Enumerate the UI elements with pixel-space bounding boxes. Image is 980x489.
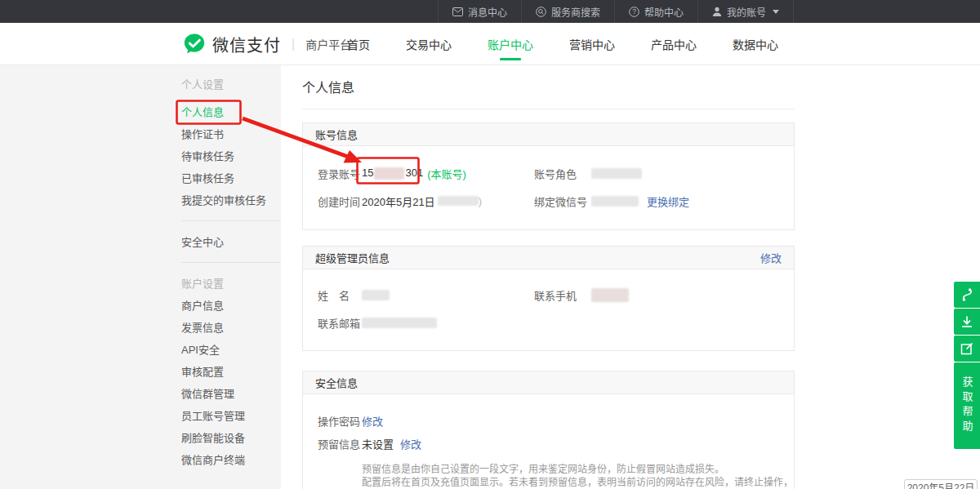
nav-account-center[interactable]: 账户中心	[470, 23, 551, 65]
download-button[interactable]	[954, 309, 980, 335]
user-icon	[712, 7, 722, 16]
edit-icon	[960, 342, 973, 355]
account-role-field: 账号角色	[534, 166, 642, 181]
redacted-contact-phone	[591, 288, 629, 302]
download-icon	[960, 315, 973, 328]
wechat-pay-merchant-page: 消息中心 服务商搜索 ? 帮助中心 我的账号 微信支付 | 商户平台 首页	[0, 0, 980, 489]
security-info-header: 安全信息	[303, 371, 794, 394]
sidebar-item-wechat-merchant-terminal[interactable]: 微信商户终端	[181, 449, 281, 471]
feedback-button[interactable]	[954, 336, 980, 362]
field-label: 操作密码	[318, 413, 362, 429]
get-help-label: 获取帮助	[960, 376, 975, 435]
sidebar-item-face-smart-device[interactable]: 刷脸智能设备	[181, 427, 281, 449]
super-admin-section: 超级管理员信息 修改 姓 名 联系手机	[302, 246, 795, 351]
main-content: 个人信息 账号信息 登录账号 15301 (本账号)	[281, 65, 980, 489]
topbar-item-label: 服务商搜索	[551, 5, 600, 19]
topbar-item-label: 消息中心	[468, 5, 507, 19]
login-account-field: 登录账号 15301 (本账号)	[303, 166, 534, 181]
nav-transaction-center[interactable]: 交易中心	[388, 23, 470, 65]
sidebar-item-pending-review-tasks[interactable]: 待审核任务	[181, 145, 281, 167]
login-account-value: 15301	[362, 167, 423, 180]
sidebar-item-api-security[interactable]: API安全	[181, 339, 281, 361]
sidebar-item-staff-account-management[interactable]: 员工账号管理	[181, 405, 281, 427]
redacted-wechat-id	[591, 196, 639, 207]
super-admin-header: 超级管理员信息 修改	[303, 247, 794, 269]
reserved-info-status: 未设置	[362, 436, 394, 451]
share-link-button[interactable]	[954, 282, 980, 308]
brand-logo[interactable]: 微信支付 | 商户平台	[183, 23, 351, 65]
sidebar-item-personal-info[interactable]: 个人信息	[181, 101, 281, 123]
wechat-pay-logo-icon	[183, 33, 206, 56]
search-icon	[536, 7, 546, 17]
topbar-item-label: 我的账号	[727, 5, 766, 19]
current-account-note: (本账号)	[427, 166, 466, 181]
nav-marketing-center[interactable]: 营销中心	[551, 23, 633, 65]
floating-tools: 获取帮助	[954, 282, 980, 449]
reserved-info-field: 预留信息 未设置 修改	[303, 436, 421, 451]
sidebar-item-security-center[interactable]: 安全中心	[181, 231, 281, 253]
top-utility-bar: 消息中心 服务商搜索 ? 帮助中心 我的账号	[0, 0, 980, 23]
sidebar-divider	[181, 220, 281, 221]
date-tooltip: 2020年5月22日	[904, 479, 978, 489]
field-label: 登录账号	[318, 166, 362, 181]
edit-reserved-info-link[interactable]: 修改	[400, 436, 421, 451]
sidebar-divider	[181, 262, 281, 263]
sidebar-item-reviewed-tasks[interactable]: 已审核任务	[181, 167, 281, 189]
operation-password-field: 操作密码 修改	[303, 413, 383, 429]
field-label: 姓 名	[318, 287, 362, 303]
mail-icon	[452, 7, 463, 16]
main-header: 微信支付 | 商户平台 首页 交易中心 账户中心 营销中心 产品中心 数据中心	[0, 23, 980, 65]
redacted-contact-email	[362, 318, 437, 328]
help-center-item[interactable]: ? 帮助中心	[614, 0, 697, 23]
get-help-button[interactable]: 获取帮助	[954, 362, 980, 449]
sidebar-item-wechat-group-management[interactable]: 微信群管理	[181, 383, 281, 405]
account-info-header: 账号信息	[303, 123, 794, 146]
sidebar-item-merchant-info[interactable]: 商户信息	[181, 295, 281, 317]
bound-wechat-field: 绑定微信号 更换绑定	[534, 193, 689, 209]
created-tail: )	[479, 195, 482, 207]
sidebar-item-invoice-info[interactable]: 发票信息	[181, 317, 281, 339]
description-line: 配置后将在首页及充值页面显示。若未看到预留信息，表明当前访问的网站存在风险，请终…	[362, 476, 794, 489]
field-label: 创建时间	[318, 193, 362, 209]
help-icon: ?	[629, 7, 639, 17]
title-divider	[302, 109, 795, 109]
topbar-item-label: 帮助中心	[644, 5, 684, 19]
sidebar-item-my-submitted-tasks[interactable]: 我提交的审核任务	[181, 189, 281, 211]
section-title: 账号信息	[315, 127, 358, 142]
created-time-field: 创建时间 2020年5月21日 )	[303, 193, 534, 209]
edit-admin-link[interactable]: 修改	[760, 250, 782, 265]
section-title: 安全信息	[315, 375, 358, 390]
field-label: 联系手机	[534, 287, 591, 303]
redacted-admin-name	[362, 290, 390, 300]
nav-product-center[interactable]: 产品中心	[633, 23, 715, 65]
sidebar-item-operation-certificate[interactable]: 操作证书	[181, 123, 281, 145]
edit-password-link[interactable]: 修改	[362, 413, 383, 429]
contact-phone-field: 联系手机	[534, 287, 629, 303]
brand-name: 微信支付	[212, 33, 281, 56]
redacted-login-digits	[374, 167, 404, 180]
nav-home[interactable]: 首页	[329, 23, 388, 65]
svg-text:?: ?	[632, 7, 636, 16]
admin-name-field: 姓 名	[303, 287, 534, 303]
chevron-down-icon	[773, 10, 779, 14]
my-account-item[interactable]: 我的账号	[697, 0, 794, 23]
sidebar-item-review-config[interactable]: 审核配置	[181, 361, 281, 383]
section-title: 超级管理员信息	[315, 250, 390, 265]
sidebar-menu: 个人设置 个人信息 操作证书 待审核任务 已审核任务 我提交的审核任务 安全中心…	[181, 73, 281, 471]
page-title: 个人信息	[302, 77, 795, 96]
provider-search-item[interactable]: 服务商搜索	[521, 0, 614, 23]
sidebar-group-personal-settings: 个人设置	[181, 73, 281, 96]
security-info-section: 安全信息 操作密码 修改 预留信息 未设置 修改	[302, 371, 795, 489]
reserved-info-description: 预留信息是由你自己设置的一段文字，用来鉴定网站身份，防止假冒网站造成损失。 配置…	[362, 463, 794, 489]
sidebar: 个人设置 个人信息 操作证书 待审核任务 已审核任务 我提交的审核任务 安全中心…	[0, 65, 281, 489]
account-info-section: 账号信息 登录账号 15301 (本账号) 账号角色	[302, 122, 795, 230]
nav-data-center[interactable]: 数据中心	[715, 23, 796, 65]
field-label: 预留信息	[318, 436, 362, 451]
sidebar-group-account-settings: 账户设置	[181, 273, 281, 295]
message-center-item[interactable]: 消息中心	[438, 0, 521, 23]
created-time-value: 2020年5月21日	[362, 193, 435, 209]
field-label: 联系邮箱	[318, 315, 362, 331]
contact-email-field: 联系邮箱	[303, 315, 437, 331]
brand-separator: |	[292, 37, 295, 51]
change-binding-link[interactable]: 更换绑定	[647, 193, 689, 209]
